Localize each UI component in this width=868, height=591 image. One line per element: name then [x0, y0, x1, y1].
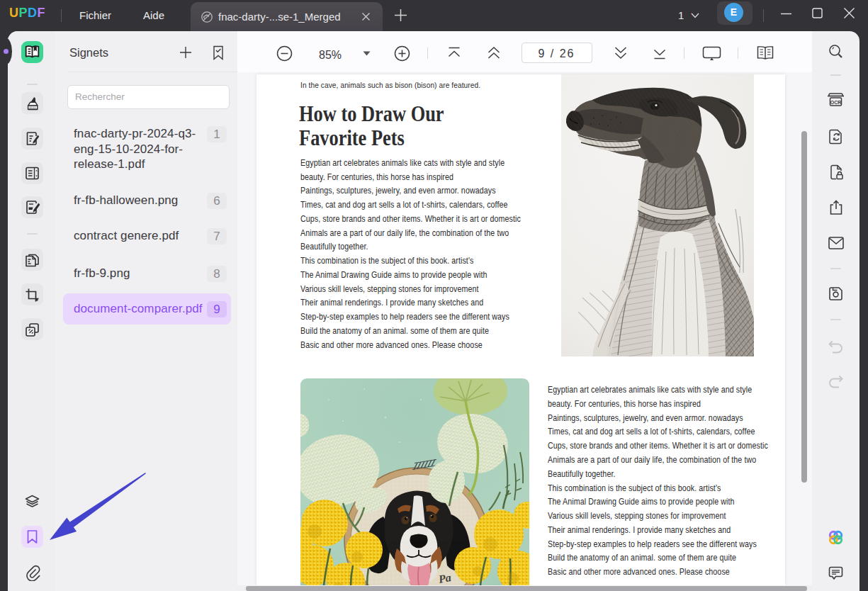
svg-text:OCR: OCR: [830, 100, 842, 105]
svg-text:Pa: Pa: [437, 571, 452, 585]
